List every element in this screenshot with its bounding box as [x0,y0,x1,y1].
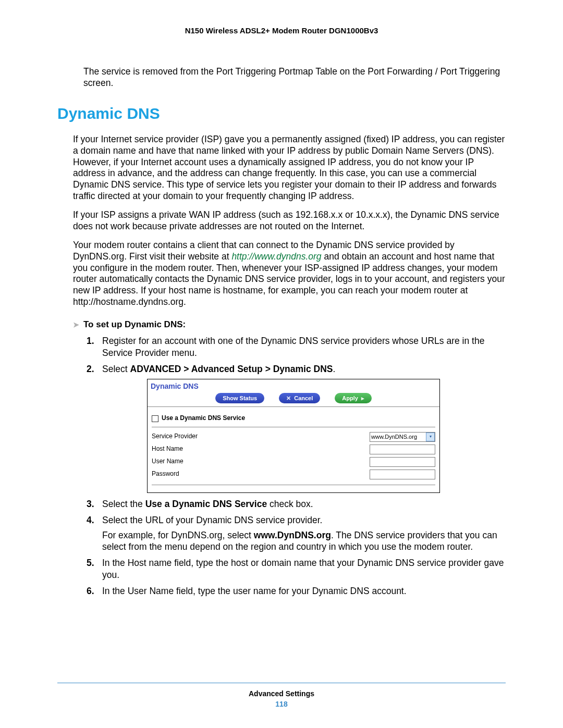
service-provider-label: Service Provider [152,433,370,441]
step-3: 3. Select the Use a Dynamic DNS Service … [73,498,506,510]
body-paragraph-3: Your modem router contains a client that… [73,240,506,308]
chevron-down-icon: ▾ [426,433,435,441]
password-input[interactable] [370,470,435,479]
chevron-right-icon: ▸ [361,394,364,402]
service-provider-value: www.DynDNS.org [371,433,417,440]
panel-title: Dynamic DNS [148,379,439,392]
step-4: 4. Select the URL of your Dynamic DNS se… [73,514,506,553]
step-2-text: Select ADVANCED > Advanced Setup > Dynam… [102,364,335,374]
step-6-text: In the User Name field, type the user na… [102,586,407,596]
procedure-title-text: To set up Dynamic DNS: [83,319,186,329]
user-name-input[interactable] [370,457,435,467]
body-paragraph-1: If your Internet service provider (ISP) … [73,134,506,202]
footer-page-number: 118 [57,700,506,708]
step-1-text: Register for an account with one of the … [102,336,484,358]
document-header: N150 Wireless ADSL2+ Modem Router DGN100… [57,26,506,35]
procedure-title: ➤To set up Dynamic DNS: [73,319,506,330]
footer-section: Advanced Settings [57,689,506,698]
user-name-label: User Name [152,458,370,466]
step-5-text: In the Host name field, type the host or… [102,558,504,580]
step-5: 5.In the Host name field, type the host … [73,557,506,581]
host-name-input[interactable] [370,445,435,454]
host-name-label: Host Name [152,445,370,453]
intro-paragraph: The service is removed from the Port Tri… [83,66,506,89]
dyndns-link[interactable]: http://www.dyndns.org [231,251,321,262]
apply-button[interactable]: Apply▸ [335,393,372,403]
step-4-subtext: For example, for DynDNS.org, select www.… [102,529,506,553]
page-footer: Advanced Settings 118 [57,683,506,708]
cancel-button[interactable]: ✕Cancel [279,393,320,403]
step-4-text: Select the URL of your Dynamic DNS servi… [102,515,322,525]
step-1: 1.Register for an account with one of th… [73,335,506,359]
show-status-button[interactable]: Show Status [215,393,264,403]
ddns-screenshot: Dynamic DNS Show Status ✕Cancel Apply▸ U… [147,379,440,493]
chevron-right-icon: ➤ [73,320,79,329]
use-ddns-checkbox[interactable] [152,415,158,422]
service-provider-select[interactable]: www.DynDNS.org ▾ [370,432,435,442]
password-label: Password [152,470,370,478]
use-ddns-label: Use a Dynamic DNS Service [162,414,245,423]
body-paragraph-2: If your ISP assigns a private WAN IP add… [73,209,506,232]
step-2: 2. Select ADVANCED > Advanced Setup > Dy… [73,363,506,493]
procedure-steps: 1.Register for an account with one of th… [73,335,506,597]
close-icon: ✕ [286,394,291,402]
step-3-text: Select the Use a Dynamic DNS Service che… [102,499,313,509]
step-6: 6.In the User Name field, type the user … [73,585,506,597]
section-heading: Dynamic DNS [57,105,506,122]
